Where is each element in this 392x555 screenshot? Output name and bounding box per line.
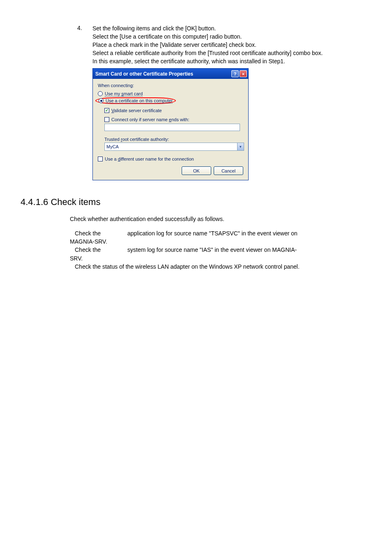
combo-selected-value: MyCA (105, 144, 237, 149)
radio-icon (98, 91, 103, 96)
dialog-title: Smart Card or other Certificate Properti… (95, 71, 231, 77)
step-instructions: Set the following items and click the [O… (92, 25, 367, 65)
step-line-4: Select a reliable certificate authority … (92, 49, 367, 57)
validate-server-label: Validate server certificate (111, 108, 162, 113)
radio-icon-selected (99, 98, 104, 103)
section-intro: Check whether authentication ended succe… (70, 215, 367, 223)
dialog-titlebar: Smart Card or other Certificate Properti… (93, 69, 248, 79)
radio-smart-card-label: Use my smart card (105, 91, 143, 96)
different-user-label: Use a different user name for the connec… (105, 157, 194, 161)
checkbox-unchecked-icon (104, 117, 109, 122)
server-name-input[interactable] (104, 124, 240, 131)
connect-only-label: Connect only if server name ends with: (111, 117, 189, 122)
cancel-button[interactable]: Cancel (214, 166, 243, 175)
checkbox-unchecked-icon (98, 157, 103, 161)
radio-smart-card[interactable]: Use my smart card (98, 91, 243, 96)
check-item-1: Check the application log for source nam… (70, 229, 367, 246)
help-button[interactable]: ? (231, 70, 239, 77)
trusted-root-label: Trusted root certificate authority: (104, 137, 243, 142)
step-line-3: Place a check mark in the [Validate serv… (92, 41, 367, 49)
step-line-1: Set the following items and click the [O… (92, 25, 367, 32)
connect-only-checkbox-row[interactable]: Connect only if server name ends with: (104, 117, 243, 122)
ok-button[interactable]: OK (182, 166, 211, 175)
validate-server-checkbox-row[interactable]: ✓ Validate server certificate (104, 108, 243, 113)
trusted-root-combo[interactable]: MyCA ▾ (104, 143, 244, 151)
different-user-checkbox-row[interactable]: Use a different user name for the connec… (98, 157, 243, 161)
check-item-2: Check the system log for source name "IA… (70, 246, 367, 263)
step-line-5: In this example, select the certificate … (92, 58, 367, 65)
certificate-properties-dialog: Smart Card or other Certificate Properti… (92, 68, 249, 180)
checkbox-checked-icon: ✓ (104, 108, 109, 113)
close-button[interactable]: × (240, 70, 247, 77)
step-number: 4. (77, 25, 82, 31)
chevron-down-icon[interactable]: ▾ (237, 143, 244, 150)
section-heading: 4.4.1.6 Check items (21, 197, 367, 207)
when-connecting-label: When connecting: (98, 83, 243, 88)
highlight-oval: Use a certificate on this computer (95, 97, 176, 104)
check-item-3: Check the status of the wireless LAN ada… (70, 263, 367, 271)
step-line-2: Select the [Use a certificate on this co… (92, 33, 367, 41)
radio-use-certificate-label[interactable]: Use a certificate on this computer (106, 98, 173, 103)
